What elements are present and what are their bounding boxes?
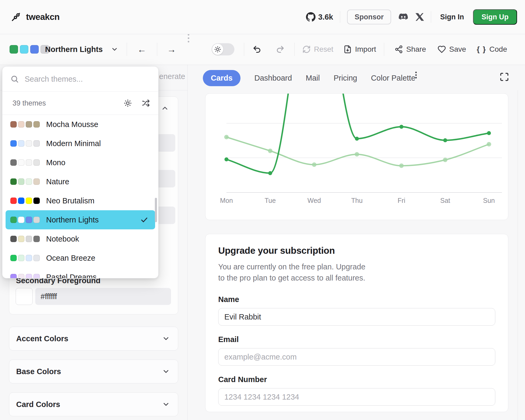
- theme-name: Pastel Dreams: [46, 273, 97, 279]
- sign-in-button[interactable]: Sign In: [438, 13, 466, 21]
- sponsor-button[interactable]: Sponsor: [347, 10, 391, 24]
- name-field[interactable]: [218, 308, 495, 326]
- tab-dashboard[interactable]: Dashboard: [254, 74, 292, 82]
- svg-text:Thu: Thu: [351, 197, 362, 204]
- save-button[interactable]: Save: [438, 34, 466, 65]
- github-icon: [306, 12, 316, 22]
- chevron-up-icon[interactable]: [161, 104, 169, 112]
- theme-list-item[interactable]: Ocean Breeze: [6, 248, 155, 268]
- chevron-down-icon[interactable]: [111, 34, 118, 65]
- shuffle-icon[interactable]: [142, 99, 150, 107]
- theme-swatches: [10, 217, 40, 223]
- tab-color-palette[interactable]: Color Palette: [371, 74, 415, 82]
- chevron-down-icon: [162, 400, 170, 408]
- code-button[interactable]: { } Code: [477, 34, 507, 65]
- theme-list-item[interactable]: Neo Brutalism: [6, 191, 155, 210]
- header-actions: 3.6k Sponsor Sign In Sign Up: [306, 0, 517, 34]
- card-number-field[interactable]: [218, 388, 495, 406]
- theme-list-item[interactable]: Pastel Dreams: [6, 268, 155, 278]
- brand[interactable]: tweakcn: [11, 0, 60, 34]
- name-label: Name: [218, 295, 495, 304]
- hex-value: #ffffff: [41, 292, 57, 301]
- theme-color-swatch: [30, 45, 39, 54]
- theme-list-item[interactable]: Notebook: [6, 229, 155, 248]
- theme-color-swatch: [10, 45, 18, 54]
- secondary-foreground-swatch[interactable]: [16, 288, 33, 305]
- dropdown-scrollbar[interactable]: [155, 198, 157, 222]
- svg-text:Mon: Mon: [220, 197, 233, 204]
- email-label: Email: [218, 335, 495, 344]
- theme-swatches: [10, 178, 40, 185]
- theme-swatches: [10, 121, 40, 128]
- theme-swatches: [10, 198, 40, 204]
- tab-cards[interactable]: Cards: [203, 70, 240, 86]
- light-mode-filter-icon[interactable]: [124, 99, 132, 107]
- theme-selector[interactable]: Northern Lights: [45, 34, 103, 65]
- theme-list-item[interactable]: Northern Lights: [6, 210, 155, 229]
- line-chart[interactable]: MonTueWedThuFriSatSun: [205, 94, 508, 220]
- section-label: Base Colors: [16, 367, 61, 376]
- theme-list-item[interactable]: Mono: [6, 153, 155, 172]
- next-theme-button[interactable]: →: [167, 34, 176, 65]
- redo-button[interactable]: [276, 34, 285, 65]
- discord-icon[interactable]: [398, 12, 409, 22]
- card-colors-section[interactable]: Card Colors: [9, 392, 178, 416]
- theme-list-item[interactable]: Mocha Mousse: [6, 115, 155, 134]
- undo-button[interactable]: [252, 34, 261, 65]
- theme-name: Neo Brutalism: [46, 196, 94, 205]
- theme-list: Mocha Mousse Modern Minimal Mono Nature: [2, 115, 158, 278]
- sun-icon: [212, 44, 223, 55]
- current-theme-swatches[interactable]: [10, 34, 49, 65]
- fullscreen-icon[interactable]: [500, 72, 509, 82]
- theme-swatches: [10, 236, 40, 242]
- x-icon[interactable]: [415, 13, 424, 21]
- theme-name: Notebook: [46, 235, 79, 243]
- import-icon: [343, 45, 352, 54]
- tab-pricing[interactable]: Pricing: [334, 74, 357, 82]
- theme-name: Ocean Breeze: [46, 254, 95, 262]
- tab-mail[interactable]: Mail: [306, 74, 320, 82]
- svg-text:Wed: Wed: [308, 197, 321, 204]
- preview-resize-edge[interactable]: [518, 90, 518, 420]
- email-field[interactable]: [218, 348, 495, 366]
- editor-toolbar: Northern Lights ← → Reset Import Share: [0, 34, 525, 65]
- theme-swatches: [10, 274, 40, 278]
- base-colors-section[interactable]: Base Colors: [9, 360, 178, 383]
- tweakcn-logo-icon: [11, 12, 21, 22]
- section-label: Card Colors: [16, 400, 60, 409]
- theme-name: Nature: [46, 177, 69, 186]
- theme-list-item[interactable]: Nature: [6, 172, 155, 191]
- svg-text:Sun: Sun: [483, 197, 495, 204]
- more-tabs-icon[interactable]: [412, 71, 421, 80]
- prev-theme-button[interactable]: ←: [137, 34, 146, 65]
- theme-dropdown: Search themes... 39 themes Mocha Mousse …: [2, 66, 159, 278]
- theme-search-row[interactable]: Search themes...: [2, 67, 158, 92]
- theme-swatches: [10, 159, 40, 166]
- toolbar-divider: [384, 43, 384, 56]
- panel-drag-handle-icon[interactable]: [188, 34, 189, 65]
- search-input[interactable]: Search themes...: [25, 75, 83, 84]
- chevron-down-icon: [162, 335, 170, 343]
- heart-icon: [438, 45, 446, 54]
- section-label: Accent Colors: [16, 334, 68, 343]
- sign-up-button[interactable]: Sign Up: [473, 9, 517, 25]
- search-icon: [10, 75, 19, 83]
- reset-button[interactable]: Reset: [302, 34, 333, 65]
- panel-split-divider[interactable]: [187, 34, 188, 420]
- import-button[interactable]: Import: [343, 34, 376, 65]
- reset-label: Reset: [314, 45, 333, 54]
- share-label: Share: [406, 45, 426, 54]
- code-label: Code: [489, 45, 507, 54]
- light-dark-toggle[interactable]: [212, 43, 234, 55]
- theme-name: Mocha Mousse: [46, 120, 98, 129]
- code-braces-icon: { }: [477, 45, 486, 54]
- secondary-foreground-hex-input[interactable]: #ffffff: [35, 288, 171, 305]
- theme-list-item[interactable]: Modern Minimal: [6, 134, 155, 153]
- generate-button-partial[interactable]: enerate: [159, 72, 185, 81]
- github-star-count: 3.6k: [318, 13, 333, 21]
- github-stars-link[interactable]: 3.6k: [306, 12, 333, 22]
- upgrade-card-description: You are currently on the free plan. Upgr…: [218, 261, 495, 272]
- share-button[interactable]: Share: [395, 34, 426, 65]
- accent-colors-section[interactable]: Accent Colors: [9, 327, 178, 351]
- chevron-down-icon: [162, 368, 170, 375]
